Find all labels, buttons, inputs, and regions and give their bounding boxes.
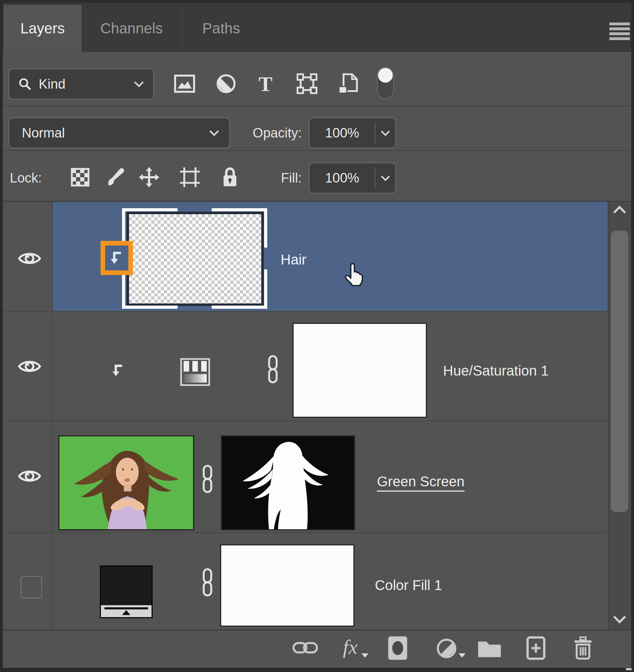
chevron-down-icon bbox=[134, 81, 144, 87]
new-adjustment-layer-icon[interactable] bbox=[435, 637, 458, 660]
divider bbox=[3, 311, 607, 312]
layer-name-green-screen[interactable]: Green Screen bbox=[377, 470, 465, 493]
panel-tab-bar: Layers Channels Paths bbox=[3, 3, 631, 52]
blend-mode-value: Normal bbox=[22, 126, 65, 141]
tab-channels-label: Channels bbox=[100, 20, 162, 37]
layer-name-color-fill[interactable]: Color Fill 1 bbox=[375, 574, 442, 596]
divider bbox=[3, 105, 631, 106]
hair-layer-thumbnail[interactable] bbox=[129, 214, 261, 303]
delete-layer-icon[interactable] bbox=[572, 635, 594, 661]
selection-bracket bbox=[122, 306, 178, 309]
lock-artboard-icon[interactable] bbox=[179, 166, 201, 188]
green-screen-layer-mask-thumbnail[interactable] bbox=[221, 435, 355, 530]
add-layer-mask-icon[interactable] bbox=[387, 635, 409, 661]
adjustment-layer-filter-icon[interactable] bbox=[214, 72, 238, 95]
toggle-knob bbox=[378, 68, 393, 83]
panel-menu-icon[interactable] bbox=[609, 23, 630, 40]
fill-control[interactable]: 100% bbox=[309, 162, 396, 193]
tab-layers-label: Layers bbox=[20, 20, 65, 37]
blend-mode-dropdown[interactable]: Normal bbox=[8, 117, 230, 148]
shape-layer-filter-icon[interactable] bbox=[295, 72, 319, 95]
type-layer-filter-icon[interactable] bbox=[254, 72, 277, 95]
fill-value[interactable]: 100% bbox=[309, 171, 375, 186]
chevron-down-icon bbox=[380, 130, 390, 136]
layers-panel: Layers Channels Paths Kind Normal bbox=[0, 0, 634, 672]
selection-bracket bbox=[122, 208, 178, 211]
hue-saturation-adjustment-thumbnail[interactable] bbox=[180, 358, 210, 386]
opacity-dropdown-button[interactable] bbox=[376, 130, 395, 136]
kind-filter-dropdown[interactable]: Kind bbox=[8, 69, 154, 100]
layer-styles-fx-icon[interactable]: fx bbox=[335, 633, 365, 660]
opacity-value[interactable]: 100% bbox=[309, 126, 375, 141]
scrollbar-up-button[interactable] bbox=[612, 205, 627, 215]
fx-label: fx bbox=[343, 635, 358, 659]
green-screen-layer-thumbnail[interactable] bbox=[58, 435, 194, 530]
search-icon bbox=[18, 77, 32, 91]
clipping-mask-arrow-icon bbox=[112, 363, 124, 378]
selection-bracket bbox=[264, 269, 267, 309]
scrollbar-down-button[interactable] bbox=[612, 615, 627, 624]
fill-thumbnail-slider bbox=[101, 605, 152, 617]
lock-transparent-pixels-icon[interactable] bbox=[69, 166, 91, 188]
panel-resize-grip[interactable] bbox=[626, 668, 632, 670]
selection-bracket bbox=[212, 306, 267, 309]
visibility-eye-icon-hue-saturation[interactable] bbox=[18, 357, 41, 376]
lock-all-icon[interactable] bbox=[219, 165, 241, 189]
pixel-layer-filter-icon[interactable] bbox=[173, 73, 196, 95]
kind-filter-label: Kind bbox=[39, 77, 65, 92]
mask-link-icon[interactable] bbox=[200, 463, 214, 494]
opacity-control[interactable]: 100% bbox=[309, 117, 396, 148]
lock-label: Lock: bbox=[10, 162, 49, 193]
tab-channels[interactable]: Channels bbox=[82, 5, 181, 52]
fill-label: Fill: bbox=[246, 162, 302, 193]
divider bbox=[52, 202, 53, 629]
new-group-icon[interactable] bbox=[476, 639, 503, 659]
layer-name-hair[interactable]: Hair bbox=[281, 248, 306, 271]
tab-paths[interactable]: Paths bbox=[181, 5, 260, 52]
fill-dropdown-button[interactable] bbox=[376, 175, 395, 181]
clipping-mask-arrow-icon[interactable] bbox=[105, 245, 128, 270]
fx-dropdown-triangle-icon bbox=[361, 653, 369, 658]
adjustment-dropdown-triangle-icon bbox=[459, 653, 466, 658]
visibility-eye-icon-hair[interactable] bbox=[18, 249, 41, 268]
visibility-eye-icon-green-screen[interactable] bbox=[18, 466, 41, 486]
color-fill-layer-thumbnail[interactable] bbox=[100, 565, 153, 618]
divider bbox=[3, 421, 607, 421]
new-layer-icon[interactable] bbox=[525, 635, 546, 661]
opacity-label: Opacity: bbox=[232, 117, 302, 148]
chevron-down-icon bbox=[380, 175, 390, 181]
hand-cursor bbox=[343, 260, 368, 288]
mask-link-icon[interactable] bbox=[200, 567, 214, 598]
link-layers-icon[interactable] bbox=[292, 641, 319, 655]
selection-bracket bbox=[212, 208, 267, 211]
scrollbar-thumb[interactable] bbox=[611, 231, 628, 512]
visibility-checkbox-color-fill[interactable] bbox=[20, 576, 42, 599]
clipping-arrow-highlight-box bbox=[101, 241, 133, 275]
tab-layers[interactable]: Layers bbox=[4, 5, 82, 52]
tab-paths-label: Paths bbox=[202, 20, 240, 37]
selection-bracket bbox=[122, 269, 125, 309]
divider bbox=[3, 532, 607, 533]
layer-name-hue-saturation[interactable]: Hue/Saturation 1 bbox=[443, 359, 549, 382]
smart-object-filter-icon[interactable] bbox=[337, 72, 360, 95]
layer-filtering-toggle[interactable] bbox=[377, 67, 394, 99]
mask-link-icon[interactable] bbox=[266, 354, 280, 385]
divider bbox=[3, 150, 631, 151]
chevron-down-icon bbox=[209, 130, 219, 136]
hue-saturation-layer-mask-thumbnail[interactable] bbox=[293, 323, 427, 418]
divider bbox=[3, 629, 631, 631]
selection-bracket bbox=[264, 208, 267, 248]
color-fill-layer-mask-thumbnail[interactable] bbox=[220, 544, 354, 627]
lock-position-icon[interactable] bbox=[138, 166, 160, 188]
lock-image-pixels-icon[interactable] bbox=[105, 166, 128, 188]
